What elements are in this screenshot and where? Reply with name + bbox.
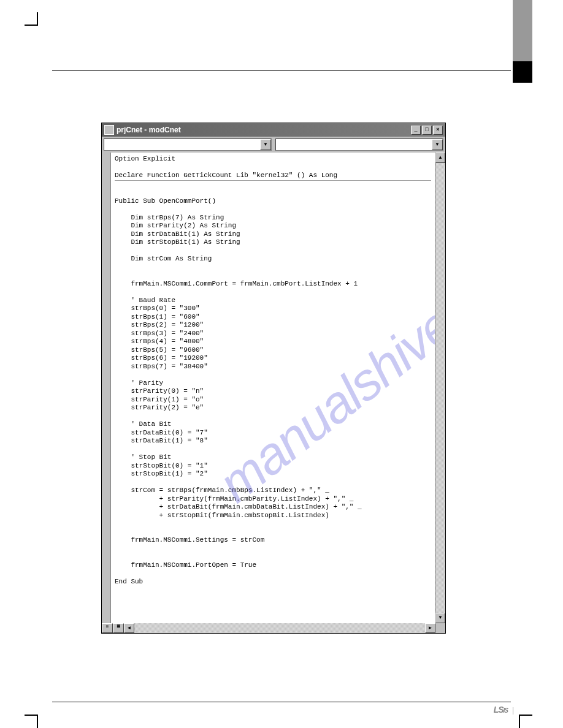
code-declarations-2: Declare Function GetTickCount Lib "kerne… bbox=[115, 172, 431, 181]
code-body: Public Sub OpenCommPort() Dim strBps(7) … bbox=[115, 197, 362, 585]
horizontal-scrollbar[interactable]: ◄ ► bbox=[124, 623, 435, 633]
code-area-wrap: Option Explicit Declare Function GetTick… bbox=[102, 153, 445, 623]
header-rule bbox=[52, 70, 511, 71]
window-titlebar[interactable]: prjCnet - modCnet _ □ × bbox=[102, 123, 445, 137]
dropdown-arrow-icon: ▼ bbox=[432, 139, 443, 150]
code-declarations-1: Option Explicit bbox=[115, 155, 175, 162]
window-icon bbox=[104, 125, 114, 135]
logo-main: LS bbox=[494, 705, 504, 715]
footer-separator: | bbox=[512, 706, 514, 715]
page-tab-gray bbox=[513, 0, 532, 61]
logo-suffix: IS bbox=[504, 707, 508, 714]
procedure-dropdown[interactable]: ▼ bbox=[275, 138, 443, 151]
scroll-corner bbox=[435, 623, 445, 633]
page-tab-black bbox=[513, 61, 532, 83]
scroll-right-button[interactable]: ► bbox=[425, 623, 435, 633]
vertical-scrollbar[interactable]: ▲ ▼ bbox=[435, 153, 445, 623]
maximize-button[interactable]: □ bbox=[422, 126, 432, 135]
object-proc-dropdowns: ▼ ▼ bbox=[102, 137, 445, 153]
scroll-left-button[interactable]: ◄ bbox=[124, 623, 134, 633]
full-module-view-button[interactable]: ≣ bbox=[113, 623, 124, 633]
crop-mark-bottom-right bbox=[519, 715, 532, 728]
margin-indicator bbox=[102, 153, 111, 623]
scroll-track[interactable] bbox=[435, 163, 445, 613]
crop-mark-top-left bbox=[25, 12, 38, 26]
procedure-view-button[interactable]: ≡ bbox=[102, 623, 113, 633]
close-button[interactable]: × bbox=[433, 126, 443, 135]
scroll-down-button[interactable]: ▼ bbox=[435, 613, 445, 623]
bottom-controls: ≡ ≣ ◄ ► bbox=[102, 623, 445, 633]
code-editor-window: prjCnet - modCnet _ □ × ▼ ▼ Option Expli… bbox=[101, 123, 446, 634]
crop-mark-bottom-left bbox=[25, 715, 38, 728]
dropdown-arrow-icon: ▼ bbox=[260, 139, 271, 150]
code-text-area[interactable]: Option Explicit Declare Function GetTick… bbox=[111, 153, 435, 623]
scroll-up-button[interactable]: ▲ bbox=[435, 153, 445, 163]
window-title: prjCnet - modCnet bbox=[117, 126, 411, 134]
footer-logo: LSIS bbox=[494, 705, 508, 715]
hscroll-track[interactable] bbox=[134, 623, 425, 633]
footer-rule bbox=[52, 702, 511, 702]
object-dropdown[interactable]: ▼ bbox=[104, 138, 272, 151]
minimize-button[interactable]: _ bbox=[411, 126, 421, 135]
